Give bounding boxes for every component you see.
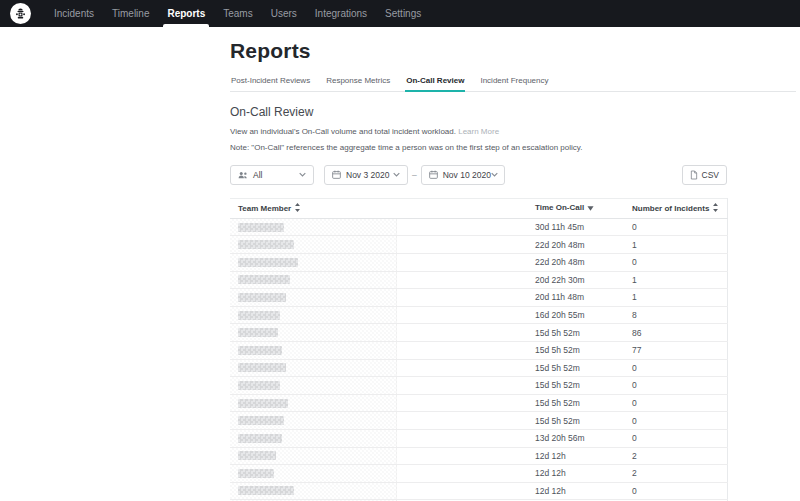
table-row[interactable]: 15d 5h 52m86 [230, 324, 727, 342]
section-description: View an individual's On-Call volume and … [230, 127, 800, 137]
page-title: Reports [230, 39, 800, 63]
end-date-picker[interactable]: Nov 10 2020 [421, 165, 505, 185]
time-on-call-cell: 15d 5h 52m [527, 394, 624, 412]
redacted-member-name [230, 377, 397, 394]
time-on-call-cell: 22d 20h 48m [527, 236, 624, 254]
team-member-cell [230, 253, 527, 271]
table-row[interactable]: 15d 5h 52m0 [230, 412, 727, 430]
tab-post-incident-reviews[interactable]: Post-Incident Reviews [230, 72, 311, 91]
column-label: Number of Incidents [632, 204, 709, 213]
redaction-blob [238, 240, 294, 249]
redaction-blob [238, 469, 274, 478]
incident-count-cell: 1 [624, 271, 727, 289]
team-member-cell [230, 447, 527, 465]
incident-count-cell: 0 [624, 218, 727, 236]
team-member-cell [230, 359, 527, 377]
on-call-table: Team MemberTime On-CallNumber of Inciden… [230, 198, 728, 501]
nav-item-teams[interactable]: Teams [214, 0, 261, 27]
table-row[interactable]: 20d 11h 48m1 [230, 289, 727, 307]
end-date-value: Nov 10 2020 [443, 170, 491, 180]
calendar-icon [429, 170, 438, 179]
table-row[interactable]: 22d 20h 48m1 [230, 236, 727, 254]
chevron-down-icon [299, 172, 306, 177]
team-member-cell [230, 341, 527, 359]
table-row[interactable]: 22d 20h 48m0 [230, 253, 727, 271]
redaction-blob [238, 381, 280, 390]
column-header-number-of-incidents[interactable]: Number of Incidents [624, 198, 727, 218]
redacted-member-name [230, 307, 397, 324]
nav-item-settings[interactable]: Settings [376, 0, 430, 27]
fire-hydrant-icon [14, 7, 27, 20]
nav-item-incidents[interactable]: Incidents [45, 0, 103, 27]
table-row[interactable]: 15d 5h 52m0 [230, 377, 727, 395]
time-on-call-cell: 15d 5h 52m [527, 341, 624, 359]
nav-item-timeline[interactable]: Timeline [103, 0, 158, 27]
document-icon [690, 170, 698, 180]
nav-item-label: Timeline [112, 8, 149, 19]
nav-item-label: Users [271, 8, 297, 19]
table-row[interactable]: 15d 5h 52m77 [230, 341, 727, 359]
time-on-call-cell: 15d 5h 52m [527, 324, 624, 342]
sort-desc-icon [587, 206, 594, 211]
column-header-team-member[interactable]: Team Member [230, 198, 527, 218]
nav-item-reports[interactable]: Reports [158, 0, 214, 27]
team-member-cell [230, 429, 527, 447]
redacted-member-name [230, 412, 397, 429]
tab-response-metrics[interactable]: Response Metrics [325, 72, 391, 91]
sort-both-icon [294, 203, 301, 212]
redacted-member-name [230, 342, 397, 359]
incident-count-cell: 1 [624, 236, 727, 254]
table-row[interactable]: 15d 5h 52m0 [230, 359, 727, 377]
incident-count-cell: 0 [624, 394, 727, 412]
redaction-blob [238, 451, 276, 460]
calendar-icon [332, 170, 341, 179]
tab-incident-frequency[interactable]: Incident Frequency [479, 72, 549, 91]
time-on-call-cell: 22d 20h 48m [527, 253, 624, 271]
redacted-member-name [230, 465, 397, 482]
redaction-blob [238, 486, 294, 495]
redaction-blob [238, 346, 282, 355]
nav-item-users[interactable]: Users [262, 0, 306, 27]
incident-count-cell: 0 [624, 412, 727, 430]
table-row[interactable]: 12d 12h2 [230, 447, 727, 465]
csv-export-button[interactable]: CSV [682, 165, 727, 185]
time-on-call-cell: 20d 11h 48m [527, 289, 624, 307]
incident-count-cell: 2 [624, 447, 727, 465]
start-date-picker[interactable]: Nov 3 2020 [324, 165, 408, 185]
table-row[interactable]: 30d 11h 45m0 [230, 218, 727, 236]
nav-item-label: Integrations [315, 8, 367, 19]
time-on-call-cell: 12d 12h [527, 447, 624, 465]
learn-more-link[interactable]: Learn More [458, 127, 499, 136]
time-on-call-cell: 13d 20h 56m [527, 429, 624, 447]
incident-count-cell: 0 [624, 377, 727, 395]
redaction-blob [238, 416, 284, 425]
column-label: Team Member [238, 204, 291, 213]
table-row[interactable]: 13d 20h 56m0 [230, 429, 727, 447]
team-member-cell [230, 465, 527, 483]
redaction-blob [238, 311, 280, 320]
table-row[interactable]: 15d 5h 52m0 [230, 394, 727, 412]
main-nav: IncidentsTimelineReportsTeamsUsersIntegr… [45, 0, 430, 27]
sort-both-icon [712, 203, 719, 212]
nav-item-integrations[interactable]: Integrations [306, 0, 376, 27]
column-header-time-on-call[interactable]: Time On-Call [527, 198, 624, 218]
table-row[interactable]: 16d 20h 55m8 [230, 306, 727, 324]
section-title: On-Call Review [230, 105, 800, 119]
table-row[interactable]: 12d 12h2 [230, 465, 727, 483]
time-on-call-cell: 15d 5h 52m [527, 377, 624, 395]
team-filter-select[interactable]: All [230, 165, 314, 185]
team-member-cell [230, 412, 527, 430]
redacted-member-name [230, 483, 397, 500]
table-row[interactable]: 20d 22h 30m1 [230, 271, 727, 289]
firehydrant-logo[interactable] [10, 3, 31, 24]
table-row[interactable]: 12d 12h0 [230, 482, 727, 500]
table-header-row: Team MemberTime On-CallNumber of Inciden… [230, 198, 727, 218]
nav-item-label: Incidents [54, 8, 94, 19]
table-body: 30d 11h 45m022d 20h 48m122d 20h 48m020d … [230, 218, 727, 501]
incident-count-cell: 0 [624, 482, 727, 500]
time-on-call-cell: 16d 20h 55m [527, 306, 624, 324]
redacted-member-name [230, 360, 397, 377]
redacted-member-name [230, 219, 397, 236]
tab-on-call-review[interactable]: On-Call Review [405, 72, 465, 91]
date-range-separator: – [412, 170, 417, 180]
